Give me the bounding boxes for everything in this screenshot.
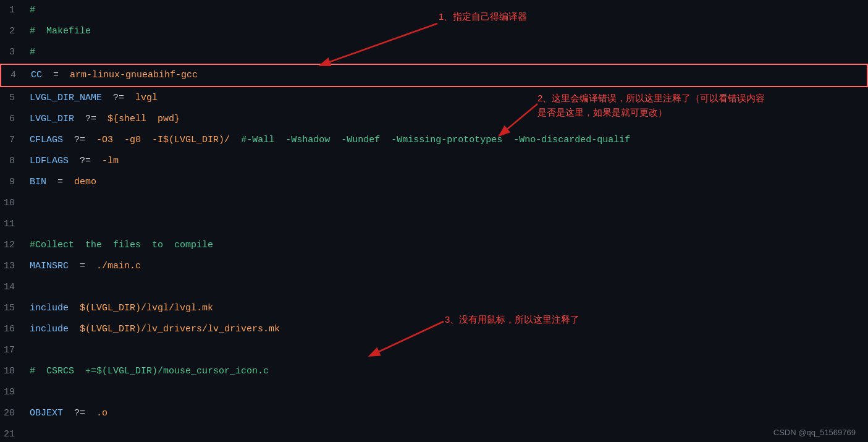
line-num-18: 18 [0, 361, 25, 382]
line-num-15: 15 [0, 298, 25, 319]
line-content-21 [25, 424, 868, 442]
line-18: 18 # CSRCS +=$(LVGL_DIR)/mouse_cursor_ic… [0, 361, 868, 382]
line-num-19: 19 [0, 382, 25, 403]
line-14: 14 [0, 277, 868, 298]
line-7: 7 CFLAGS ?= -O3 -g0 -I$(LVGL_DIR)/ #-Wal… [0, 130, 868, 151]
line-num-14: 14 [0, 277, 25, 298]
annotation-3: 3、没有用鼠标，所以这里注释了 [445, 314, 579, 326]
line-2: 2 # Makefile [0, 21, 868, 42]
annotation-1: 1、指定自己得编译器 [439, 11, 527, 23]
editor-container: 1 # 2 # Makefile 3 # 4 CC = arm-linux-gn… [0, 0, 868, 442]
line-9: 9 BIN = demo [0, 172, 868, 193]
line-content-12: #Collect the files to compile [25, 235, 868, 256]
line-num-8: 8 [0, 151, 25, 172]
line-num-6: 6 [0, 109, 25, 130]
line-content-3: # [25, 42, 868, 63]
line-20: 20 OBJEXT ?= .o [0, 403, 868, 424]
line-content-8: LDFLAGS ?= -lm [25, 151, 868, 172]
line-17: 17 [0, 340, 868, 361]
line-12: 12 #Collect the files to compile [0, 235, 868, 256]
line-num-20: 20 [0, 403, 25, 424]
line-num-3: 3 [0, 42, 25, 63]
line-content-9: BIN = demo [25, 172, 868, 193]
line-content-7: CFLAGS ?= -O3 -g0 -I$(LVGL_DIR)/ #-Wall … [25, 130, 868, 151]
line-content-4: CC = arm-linux-gnueabihf-gcc [26, 65, 867, 86]
line-num-10: 10 [0, 193, 25, 214]
line-13: 13 MAINSRC = ./main.c [0, 256, 868, 277]
line-content-18: # CSRCS +=$(LVGL_DIR)/mouse_cursor_icon.… [25, 361, 868, 382]
line-3: 3 # [0, 42, 868, 63]
line-4: 4 CC = arm-linux-gnueabihf-gcc [0, 64, 868, 87]
line-10: 10 [0, 193, 868, 214]
line-content-10 [25, 193, 868, 214]
line-21: 21 [0, 424, 868, 442]
line-num-16: 16 [0, 319, 25, 340]
line-15: 15 include $(LVGL_DIR)/lvgl/lvgl.mk [0, 298, 868, 319]
line-content-2: # Makefile [25, 21, 868, 42]
line-num-17: 17 [0, 340, 25, 361]
line-8: 8 LDFLAGS ?= -lm [0, 151, 868, 172]
line-content-11 [25, 214, 868, 235]
watermark: CSDN @qq_51569769 [773, 428, 856, 437]
line-1: 1 # [0, 0, 868, 21]
line-num-13: 13 [0, 256, 25, 277]
line-content-14 [25, 277, 868, 298]
line-num-1: 1 [0, 0, 25, 21]
line-num-12: 12 [0, 235, 25, 256]
line-11: 11 [0, 214, 868, 235]
line-num-4: 4 [1, 65, 26, 86]
line-num-11: 11 [0, 214, 25, 235]
line-num-9: 9 [0, 172, 25, 193]
code-area: 1 # 2 # Makefile 3 # 4 CC = arm-linux-gn… [0, 0, 868, 442]
line-num-5: 5 [0, 88, 25, 109]
line-num-2: 2 [0, 21, 25, 42]
line-num-7: 7 [0, 130, 25, 151]
line-content-19 [25, 382, 868, 403]
line-content-20: OBJEXT ?= .o [25, 403, 868, 424]
line-19: 19 [0, 382, 868, 403]
annotation-2: 2、这里会编译错误，所以这里注释了（可以看错误内容 是否是这里，如果是就可更改） [537, 91, 765, 119]
line-num-21: 21 [0, 424, 25, 442]
line-content-17 [25, 340, 868, 361]
line-content-13: MAINSRC = ./main.c [25, 256, 868, 277]
line-16: 16 include $(LVGL_DIR)/lv_drivers/lv_dri… [0, 319, 868, 340]
